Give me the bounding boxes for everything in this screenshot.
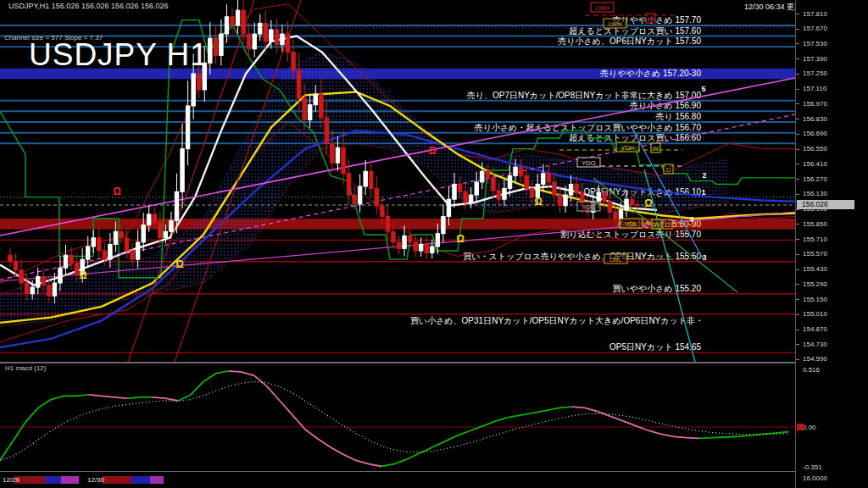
axis-tick [796, 103, 799, 104]
macd-line-segment [0, 441, 13, 461]
macd-line-segment [776, 432, 788, 433]
axis-tick [796, 74, 799, 75]
date-label: 12/29 [3, 476, 19, 484]
macd-line-segment [521, 413, 534, 415]
indicator-scale-bottom: -0.351 [803, 463, 822, 471]
price-label: 157.670 [803, 25, 827, 32]
svg-text:LMH: LMH [596, 4, 609, 12]
price-label: 155.570 [803, 250, 827, 258]
macd-line-segment [687, 438, 699, 439]
price-label: 154.590 [803, 355, 827, 363]
svg-text:売りやや小さめ 157.20-30: 売りやや小さめ 157.20-30 [600, 69, 701, 78]
svg-text:売り小さめ・超えるとストップロス買いやや小さめ 156.70: 売り小さめ・超えるとストップロス買いやや小さめ 156.70 [475, 123, 702, 132]
svg-text:LWL: LWL [609, 256, 622, 263]
macd-line-segment [381, 464, 394, 467]
panel-separator-top[interactable] [0, 362, 795, 363]
macd-line-segment [280, 401, 292, 415]
price-label: 155.710 [803, 236, 827, 243]
axis-tick [796, 314, 799, 315]
macd-line-segment [559, 407, 572, 408]
svg-text:4: 4 [689, 215, 693, 224]
axis-tick [796, 89, 799, 90]
price-label: 155.290 [803, 280, 827, 288]
price-label: 156.130 [803, 190, 827, 197]
macd-signal-line [0, 381, 788, 460]
macd-line-segment [38, 400, 51, 408]
price-label: 157.810 [803, 10, 827, 18]
macd-line-segment [610, 416, 623, 421]
svg-text:Ω: Ω [456, 233, 465, 245]
indicator-zero-label: 0.00 [803, 424, 816, 431]
price-label: 156.550 [803, 145, 827, 152]
svg-text:YDC: YDC [582, 203, 596, 211]
svg-text:売り、OP7日NYカット/OP8日NYカット非常に大きめ 1: 売り、OP7日NYカット/OP8日NYカット非常に大きめ 157.00 [467, 91, 702, 100]
axis-tick [796, 299, 799, 300]
macd-line-segment [432, 441, 445, 447]
svg-text:D: D [665, 221, 670, 229]
axis-tick [796, 149, 799, 150]
price-label: 155.850 [803, 220, 827, 228]
macd-line-segment [661, 434, 674, 436]
session-segment [61, 476, 79, 484]
svg-text:OP5日NYカット 154.65: OP5日NYカット 154.65 [609, 342, 701, 352]
macd-line-segment [699, 438, 712, 439]
price-axis[interactable]: 157.810157.670157.530157.390157.250157.1… [795, 0, 868, 488]
macd-indicator-panel[interactable] [0, 363, 795, 471]
price-label: 155.150 [803, 296, 827, 303]
svg-text:LWH: LWH [608, 20, 621, 28]
session-segment [150, 476, 164, 484]
macd-line-segment [445, 435, 458, 441]
svg-text:M: M [648, 15, 653, 23]
axis-tick [796, 194, 799, 195]
price-label: 156.270 [803, 175, 827, 183]
trading-chart-window: 売りやや小さめ 157.70超えるとストップロス買い 157.60売り小さめ、O… [0, 0, 868, 488]
price-label: 157.530 [803, 40, 827, 47]
macd-line-segment [13, 422, 25, 441]
current-price-box: 156.026 [797, 200, 854, 209]
macd-line-segment [318, 439, 331, 447]
macd-line-segment [343, 454, 356, 460]
zero-level-marker [797, 424, 804, 430]
axis-tick [796, 14, 799, 14]
panel-separator-bottom[interactable] [0, 471, 795, 472]
macd-line-segment [572, 407, 585, 408]
axis-tick [796, 119, 799, 119]
price-label: 155.430 [803, 265, 827, 273]
axis-tick [796, 179, 799, 180]
macd-line-segment [496, 418, 509, 421]
macd-line-segment [636, 426, 648, 431]
price-label: 154.730 [803, 341, 827, 348]
macd-line-segment [127, 397, 140, 398]
axis-tick [796, 269, 799, 270]
macd-line-segment [407, 453, 420, 459]
macd-line-segment [585, 408, 598, 411]
axis-tick [796, 29, 799, 30]
price-label: 157.250 [803, 69, 827, 77]
macd-line-segment [331, 447, 343, 454]
price-label: 155.010 [803, 310, 827, 318]
time-axis-session-bar[interactable]: 12/2912/30 [0, 473, 795, 488]
svg-text:Ω: Ω [644, 197, 653, 209]
svg-text:YDL: YDL [625, 220, 637, 228]
macd-line-segment [420, 447, 432, 453]
macd-line-segment [114, 397, 127, 398]
macd-line-segment [674, 436, 687, 437]
macd-line-segment [229, 371, 242, 372]
macd-line-segment [191, 381, 203, 394]
macd-line-segment [216, 371, 229, 374]
macd-line-segment [534, 410, 547, 413]
main-price-chart[interactable]: 売りやや小さめ 157.70超えるとストップロス買い 157.60売り小さめ、O… [0, 0, 795, 362]
svg-text:W: W [653, 145, 659, 152]
macd-line-segment [547, 408, 559, 410]
svg-text:買い・ストップロス売りやや小さめ、OP6日NYカット 155: 買い・ストップロス売りやや小さめ、OP6日NYカット 155.50 [463, 252, 701, 261]
macd-line-segment [153, 397, 165, 398]
macd-line-segment [102, 396, 114, 396]
svg-text:Ω: Ω [428, 145, 437, 157]
price-label: 157.110 [803, 85, 826, 92]
session-segment [131, 476, 150, 484]
macd-line-segment [178, 395, 191, 401]
macd-line-segment [509, 415, 521, 418]
svg-text:YDH: YDH [621, 144, 635, 152]
svg-text:W: W [654, 221, 660, 229]
svg-text:Ω: Ω [534, 196, 542, 208]
